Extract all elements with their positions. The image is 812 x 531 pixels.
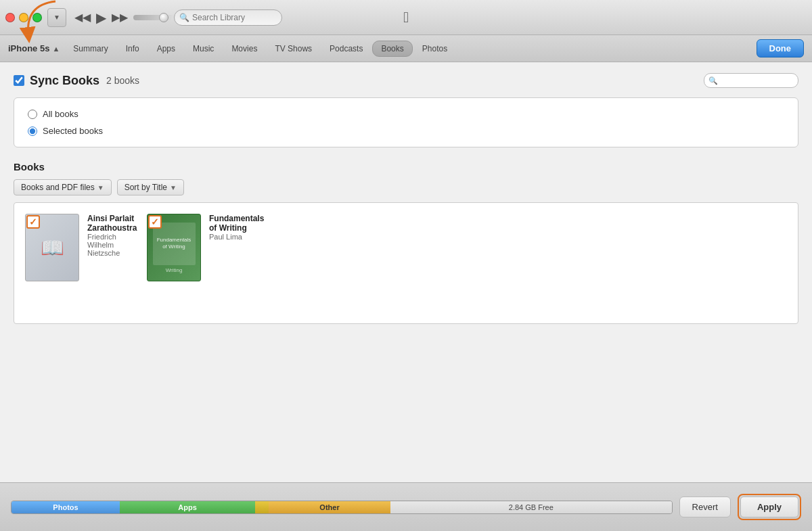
storage-bar-wrap: Photos Apps Other 2.84 GB Free (11, 501, 673, 514)
tab-music[interactable]: Music (185, 41, 222, 56)
revert-button[interactable]: Revert (679, 497, 731, 517)
storage-photos-label: Photos (53, 503, 78, 511)
tab-photos[interactable]: Photos (414, 41, 455, 56)
book-1-info: Ainsi Parlait Zarathoustra Friedrich Wil… (87, 214, 137, 257)
done-button[interactable]: Done (757, 39, 805, 57)
selected-books-label: Selected books (43, 126, 103, 136)
maximize-button[interactable] (32, 13, 42, 22)
book-2-author: Paul Lima (209, 233, 264, 241)
sync-search-input[interactable] (704, 73, 798, 88)
storage-other-label: Other (319, 503, 339, 511)
tab-summary[interactable]: Summary (65, 41, 116, 56)
play-button[interactable]: ▶ (96, 9, 106, 26)
tab-podcasts[interactable]: Podcasts (321, 41, 371, 56)
sync-search-wrap: 🔍 (704, 73, 798, 88)
books-grid: 📖 ✓ Ainsi Parlait Zarathoustra Friedrich… (14, 202, 798, 324)
storage-apps-segment: Apps (120, 501, 255, 513)
nav-bar: iPhone 5s ▲ Summary Info Apps Music Movi… (0, 35, 812, 62)
close-button[interactable] (5, 13, 15, 22)
apply-button-highlight: Apply (738, 494, 801, 520)
filter-dropdown-arrow-icon: ▼ (97, 184, 104, 191)
storage-other-segment: Other (269, 501, 390, 513)
apply-button[interactable]: Apply (740, 497, 798, 517)
volume-slider[interactable] (133, 15, 174, 20)
book-2-title: Fundamentals of Writing (209, 214, 264, 233)
section-title: Books (14, 161, 798, 172)
rewind-button[interactable]: ◀◀ (74, 11, 91, 24)
storage-apps-label: Apps (178, 503, 197, 511)
sort-label: Sort by Title (125, 183, 167, 192)
device-name[interactable]: iPhone 5s ▲ (8, 43, 60, 53)
tab-info[interactable]: Info (118, 41, 148, 56)
sync-count: 2 books (106, 75, 139, 86)
title-center:  (403, 9, 409, 26)
apple-logo-icon:  (403, 9, 409, 26)
search-input[interactable] (174, 9, 282, 26)
sync-title: Sync Books (30, 74, 99, 88)
selected-books-row: Selected books (28, 126, 784, 136)
book-cover-1: 📖 ✓ (25, 214, 79, 281)
tab-movies[interactable]: Movies (223, 41, 265, 56)
book-1-author: Friedrich Wilhelm Nietzsche (87, 233, 137, 257)
storage-other-color-segment (255, 501, 269, 513)
list-item: 📖 ✓ Ainsi Parlait Zarathoustra Friedrich… (25, 214, 133, 313)
sort-dropdown-arrow-icon: ▼ (170, 184, 177, 191)
list-item: Fundamentalsof Writing Writing ✓ Fundame… (147, 214, 255, 313)
book-2-checkbox[interactable]: ✓ (148, 215, 162, 229)
storage-bar: Photos Apps Other 2.84 GB Free (11, 501, 673, 514)
book-1-title: Ainsi Parlait Zarathoustra (87, 214, 137, 233)
storage-free-segment: 2.84 GB Free (390, 501, 672, 513)
menu-icon[interactable]: ▼ (47, 8, 66, 27)
book-1-checkbox[interactable]: ✓ (26, 215, 40, 229)
book-cover-2: Fundamentalsof Writing Writing ✓ (147, 214, 201, 281)
eject-icon: ▲ (52, 45, 60, 53)
all-books-label: All books (43, 109, 78, 119)
sync-header: Sync Books 2 books 🔍 (14, 73, 798, 88)
storage-photos-segment: Photos (12, 501, 120, 513)
storage-free-label: 2.84 GB Free (509, 503, 554, 511)
sync-checkbox[interactable] (14, 75, 24, 86)
window-controls (5, 13, 42, 22)
all-books-radio[interactable] (28, 110, 37, 119)
bottom-bar: Photos Apps Other 2.84 GB Free Revert Ap… (0, 482, 812, 531)
books-section: Books Books and PDF files ▼ Sort by Titl… (14, 161, 798, 324)
content-area: Sync Books 2 books 🔍 All books Selected … (0, 62, 812, 482)
transport-controls: ◀◀ ▶ ▶▶ (74, 9, 174, 26)
volume-knob (159, 13, 168, 22)
all-books-row: All books (28, 109, 784, 119)
title-bar: ▼ ◀◀ ▶ ▶▶  🔍 (0, 0, 812, 35)
search-wrap: 🔍 (174, 9, 282, 26)
tab-books[interactable]: Books (372, 41, 412, 57)
sort-dropdown[interactable]: Sort by Title ▼ (117, 179, 184, 195)
fast-forward-button[interactable]: ▶▶ (112, 11, 128, 24)
books-toolbar: Books and PDF files ▼ Sort by Title ▼ (14, 179, 798, 195)
filter-label: Books and PDF files (21, 183, 95, 192)
tab-tvshows[interactable]: TV Shows (267, 41, 320, 56)
main-wrapper: Sync Books 2 books 🔍 All books Selected … (0, 62, 812, 482)
book-2-info: Fundamentals of Writing Paul Lima (209, 214, 264, 241)
options-box: All books Selected books (14, 97, 798, 147)
filter-dropdown[interactable]: Books and PDF files ▼ (14, 179, 112, 195)
tab-apps[interactable]: Apps (149, 41, 183, 56)
selected-books-radio[interactable] (28, 126, 37, 136)
minimize-button[interactable] (19, 13, 28, 22)
